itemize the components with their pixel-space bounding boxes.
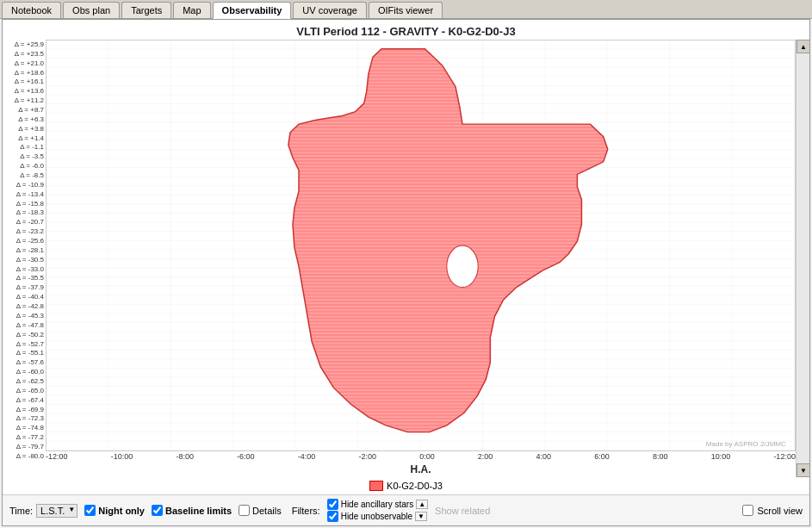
x-label-0: -12:00 xyxy=(46,452,68,461)
tab-notebook[interactable]: Notebook xyxy=(2,2,61,18)
show-related-button: Show related xyxy=(435,506,490,516)
y-axis-label: Δ = -50.2 xyxy=(4,332,44,339)
y-axis-label: Δ = +1.4 xyxy=(4,135,44,142)
y-axis-label: Δ = -20.7 xyxy=(4,219,44,226)
y-axis-label: Δ = -35.5 xyxy=(4,275,44,282)
y-axis-label: Δ = -40.4 xyxy=(4,294,44,301)
baseline-limits-checkbox-label[interactable]: Baseline limits xyxy=(152,505,232,516)
y-axis-label: Δ = -28.1 xyxy=(4,247,44,254)
legend-area: K0-G2-D0-J3 xyxy=(3,477,809,494)
y-axis-label: Δ = -47.8 xyxy=(4,322,44,329)
y-axis-label: Δ = +13.6 xyxy=(4,88,44,95)
svg-text:Made by ASPRO 2/JMMC: Made by ASPRO 2/JMMC xyxy=(706,440,786,448)
lst-value: L.S.T. xyxy=(40,506,65,516)
x-label-8: 4:00 xyxy=(536,452,552,461)
y-axis-label: Δ = +11.2 xyxy=(4,97,44,104)
y-axis-label: Δ = -13.4 xyxy=(4,191,44,198)
y-axis-label: Δ = -45.3 xyxy=(4,313,44,320)
y-axis-label: Δ = -6.0 xyxy=(4,163,44,170)
night-only-checkbox[interactable] xyxy=(84,505,96,516)
x-label-11: 10:00 xyxy=(711,452,731,461)
night-only-checkbox-label[interactable]: Night only xyxy=(84,505,145,516)
tab-map[interactable]: Map xyxy=(173,2,210,18)
y-axis-label: Δ = +3.8 xyxy=(4,126,44,133)
details-checkbox-label[interactable]: Details xyxy=(239,505,282,516)
y-axis-label: Δ = +25.9 xyxy=(4,41,44,48)
y-axis-label: Δ = +8.7 xyxy=(4,107,44,114)
x-label-6: 0:00 xyxy=(419,452,435,461)
y-axis-label: Δ = +21.0 xyxy=(4,60,44,67)
legend-item-0: K0-G2-D0-J3 xyxy=(369,481,443,491)
scroll-view-section: Scroll view xyxy=(742,505,803,516)
scroll-down-button[interactable]: ▼ xyxy=(797,463,809,477)
scroll-view-checkbox[interactable] xyxy=(742,505,753,516)
y-axis-label: Δ = -80.0 xyxy=(4,453,44,460)
filters-label: Filters: xyxy=(292,506,320,516)
hide-unobservable-checkbox[interactable] xyxy=(327,511,338,522)
y-axis-label: Δ = -55.1 xyxy=(4,350,44,357)
y-axis-label: Δ = -42.8 xyxy=(4,303,44,310)
filter-down-icon[interactable]: ▼ xyxy=(415,512,427,521)
main-content: VLTI Period 112 - GRAVITY - K0-G2-D0-J3 … xyxy=(2,19,810,526)
y-axis-label: Δ = +6.3 xyxy=(4,116,44,123)
y-axis-label: Δ = -10.9 xyxy=(4,182,44,189)
details-label: Details xyxy=(252,506,282,516)
y-axis-label: Δ = -69.9 xyxy=(4,407,44,413)
y-axis-label: Δ = -60.0 xyxy=(4,369,44,376)
x-label-7: 2:00 xyxy=(478,452,493,461)
y-axis: Δ = +25.9Δ = +23.5Δ = +21.0Δ = +18.6Δ = … xyxy=(3,40,46,477)
tab-oifits-viewer[interactable]: OIFits viewer xyxy=(369,2,443,18)
y-axis-label: Δ = +18.6 xyxy=(4,70,44,77)
scrollbar-track[interactable] xyxy=(797,53,809,463)
details-checkbox[interactable] xyxy=(239,505,250,516)
svg-point-8 xyxy=(447,245,478,288)
time-label: Time: xyxy=(9,506,33,516)
legend-color-box xyxy=(369,481,383,491)
baseline-limits-checkbox[interactable] xyxy=(152,505,163,516)
x-label-10: 8:00 xyxy=(653,452,668,461)
chart-inner: Made by ASPRO 2/JMMC xyxy=(46,40,796,451)
chart-with-scroll: Δ = +25.9Δ = +23.5Δ = +21.0Δ = +18.6Δ = … xyxy=(3,40,809,477)
y-axis-label: Δ = -23.2 xyxy=(4,228,44,235)
y-axis-label: Δ = -74.8 xyxy=(4,425,44,432)
dropdown-icon: ▼ xyxy=(68,506,75,513)
y-axis-label: Δ = -18.3 xyxy=(4,209,44,216)
tab-uv-coverage[interactable]: UV coverage xyxy=(293,2,367,18)
scroll-view-label: Scroll view xyxy=(757,506,803,516)
tab-targets[interactable]: Targets xyxy=(121,2,171,18)
tab-obs-plan[interactable]: Obs plan xyxy=(63,2,120,18)
x-label-9: 6:00 xyxy=(594,452,610,461)
y-axis-label: Δ = -37.9 xyxy=(4,284,44,291)
baseline-limits-label: Baseline limits xyxy=(165,506,232,516)
hide-unobservable-label: Hide unobservable xyxy=(341,512,412,521)
filter-up-icon[interactable]: ▲ xyxy=(416,500,428,509)
tab-observability[interactable]: Observability xyxy=(213,2,292,19)
filter-row-unobservable: Hide unobservable ▼ xyxy=(327,511,428,522)
x-label-5: -2:00 xyxy=(358,452,376,461)
night-only-label: Night only xyxy=(98,506,145,516)
lst-select[interactable]: L.S.T. ▼ xyxy=(36,504,77,518)
legend-label: K0-G2-D0-J3 xyxy=(387,481,443,491)
y-axis-label: Δ = -15.8 xyxy=(4,201,44,208)
scroll-up-button[interactable]: ▲ xyxy=(797,40,809,53)
x-label-1: -10:00 xyxy=(111,452,133,461)
scrollbar-right[interactable]: ▲ ▼ xyxy=(796,40,809,477)
y-axis-label: Δ = -65.0 xyxy=(4,388,44,394)
hide-ancillary-checkbox[interactable] xyxy=(327,499,338,510)
x-label-3: -6:00 xyxy=(237,452,255,461)
y-axis-label: Δ = -77.2 xyxy=(4,434,44,441)
time-section: Time: L.S.T. ▼ xyxy=(9,504,77,518)
ha-label: H.A. xyxy=(46,462,796,477)
y-axis-label: Δ = -3.5 xyxy=(4,153,44,160)
y-axis-label: Δ = -30.5 xyxy=(4,257,44,264)
chart-title: VLTI Period 112 - GRAVITY - K0-G2-D0-J3 xyxy=(3,20,809,40)
y-axis-label: Δ = -72.3 xyxy=(4,415,44,422)
y-axis-label: Δ = -8.5 xyxy=(4,172,44,179)
x-axis: -12:00 -10:00 -8:00 -6:00 -4:00 -2:00 0:… xyxy=(46,451,796,462)
x-label-4: -4:00 xyxy=(298,452,316,461)
y-axis-label: Δ = -33.0 xyxy=(4,266,44,273)
chart-area: Δ = +25.9Δ = +23.5Δ = +21.0Δ = +18.6Δ = … xyxy=(3,40,796,477)
y-axis-label: Δ = -52.7 xyxy=(4,341,44,348)
x-label-12: -12:00 xyxy=(773,452,796,461)
filter-options: Hide ancillary stars ▲ Hide unobservable… xyxy=(327,499,428,522)
